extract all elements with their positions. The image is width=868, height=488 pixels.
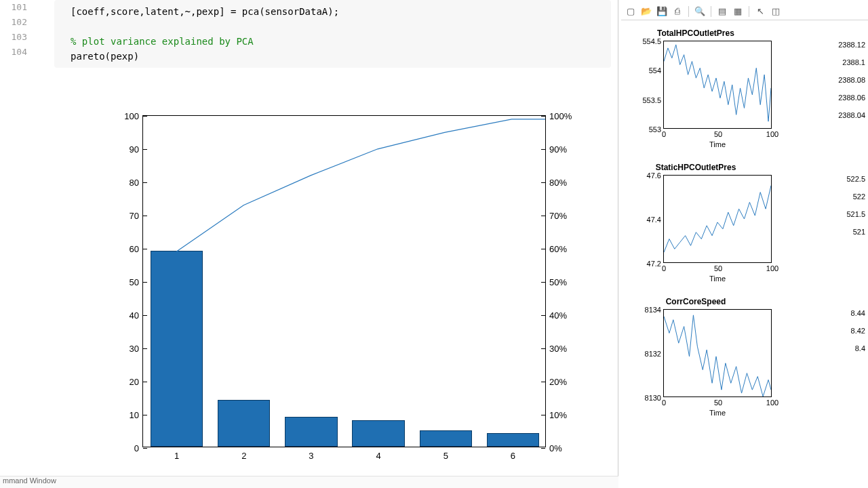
mini-plot[interactable]: CorrCoreSpeed813481328130050100Time8.448… — [618, 297, 868, 431]
mini-x-tick: 0 — [662, 130, 666, 138]
code-line[interactable]: % plot variance explained by PCA — [71, 34, 601, 49]
line-number: 104 — [0, 45, 27, 60]
mini-charts-area: TotalHPCOutletPres554.5554553.5553050100… — [618, 28, 868, 488]
pareto-bar — [151, 251, 203, 447]
code-block[interactable]: [coeff,score,latent,~,pexp] = pca(sensor… — [54, 0, 611, 68]
mini-x-tick: 100 — [766, 399, 778, 407]
mini-x-tick: 0 — [662, 399, 666, 407]
mini-y-tick: 554 — [649, 66, 661, 75]
mini-y-tick: 47.4 — [647, 216, 661, 224]
y-right-tick: 80% — [549, 178, 567, 188]
mini-axes: 47.647.447.2050100Time — [663, 175, 772, 263]
mini-x-tick: 100 — [766, 130, 778, 138]
y-right-tick: 90% — [549, 144, 567, 155]
cumulative-line — [176, 119, 545, 251]
code-line[interactable]: pareto(pexp) — [71, 49, 601, 64]
mini-plot-title: StaticHPCOutletPres — [618, 163, 773, 172]
mini-y-tick: 47.2 — [647, 260, 661, 268]
line-number: 103 — [0, 30, 27, 45]
mini-x-tick: 50 — [714, 264, 722, 272]
x-tick: 6 — [511, 451, 515, 461]
y-left-tick: 20 — [130, 377, 139, 387]
print-icon[interactable]: ⎙ — [671, 5, 684, 18]
pareto-bar — [420, 430, 472, 447]
y-left-tick: 10 — [130, 410, 139, 420]
mini-x-tick: 50 — [714, 399, 722, 407]
mini-xlabel: Time — [709, 140, 726, 148]
editor-pane: 101102103104 [coeff,score,latent,~,pexp]… — [0, 0, 618, 488]
y-left-tick: 80 — [130, 178, 139, 188]
mini-plot-title: CorrCoreSpeed — [618, 297, 773, 306]
zoom-in-icon[interactable]: 🔍 — [693, 5, 707, 18]
mini-series-line — [664, 315, 771, 396]
x-tick: 5 — [443, 451, 448, 461]
colorbar-icon[interactable]: ▦ — [731, 5, 745, 18]
adjacent-axis-ticks: 522.5522521.5521 — [846, 175, 865, 245]
pareto-bar — [285, 417, 337, 447]
new-figure-icon[interactable]: ▢ — [624, 5, 637, 18]
mini-x-tick: 100 — [766, 264, 778, 272]
y-left-tick: 40 — [130, 310, 139, 321]
line-number-gutter: 101102103104 — [0, 0, 33, 60]
y-right-tick: 100% — [549, 111, 572, 121]
mini-y-tick: 553 — [649, 125, 661, 134]
toolbar-separator — [749, 6, 749, 17]
open-icon[interactable]: 📂 — [639, 5, 653, 18]
pareto-bar — [352, 420, 404, 447]
code-line[interactable]: [coeff,score,latent,~,pexp] = pca(sensor… — [71, 4, 601, 19]
x-tick: 3 — [309, 451, 313, 461]
mini-xlabel: Time — [709, 274, 726, 283]
mini-plot-title: TotalHPCOutletPres — [618, 28, 773, 38]
pareto-bar — [218, 400, 270, 447]
code-line[interactable] — [71, 19, 601, 34]
mini-y-tick: 47.6 — [647, 171, 661, 180]
y-left-tick: 50 — [130, 277, 139, 287]
toolbar-separator — [711, 6, 711, 17]
pareto-bar — [487, 433, 539, 447]
status-bar: mmand Window — [0, 476, 618, 488]
toolbar-separator — [688, 6, 689, 17]
x-tick: 4 — [376, 451, 380, 461]
y-right-tick: 70% — [549, 211, 567, 221]
cursor-icon[interactable]: ↖ — [753, 5, 767, 18]
mini-series-line — [664, 45, 771, 121]
mini-xlabel: Time — [709, 409, 726, 417]
mini-series-line — [664, 186, 771, 252]
pareto-chart[interactable]: 01020304050607080901000%10%20%30%40%50%6… — [81, 102, 597, 474]
mini-y-tick: 8134 — [645, 306, 661, 314]
x-tick: 2 — [241, 451, 246, 461]
figure-toolbar: ▢📂💾⎙🔍▤▦↖◫ — [621, 3, 868, 20]
y-left-tick: 90 — [130, 144, 139, 155]
y-right-tick: 40% — [549, 310, 567, 321]
y-right-tick: 50% — [549, 277, 567, 287]
adjacent-axis-ticks: 2388.122388.12388.082388.062388.04 — [838, 41, 865, 129]
y-left-tick: 70 — [130, 211, 139, 221]
line-number: 101 — [0, 0, 27, 15]
mini-y-tick: 553.5 — [642, 96, 661, 104]
mini-plot[interactable]: StaticHPCOutletPres47.647.447.2050100Tim… — [618, 163, 868, 297]
mini-axes: 813481328130050100Time — [663, 309, 772, 397]
mini-plot[interactable]: TotalHPCOutletPres554.5554553.5553050100… — [618, 28, 868, 163]
x-tick: 1 — [174, 451, 179, 461]
y-left-tick: 60 — [130, 244, 139, 254]
save-icon[interactable]: 💾 — [655, 5, 669, 18]
y-right-tick: 60% — [549, 244, 567, 254]
y-left-tick: 0 — [134, 443, 139, 453]
mini-x-tick: 50 — [714, 130, 722, 138]
y-left-tick: 30 — [130, 344, 139, 354]
y-right-tick: 20% — [549, 377, 567, 387]
y-right-tick: 0% — [549, 443, 562, 453]
mini-axes: 554.5554553.5553050100Time — [663, 41, 772, 129]
y-right-tick: 10% — [549, 410, 567, 420]
mini-x-tick: 0 — [662, 264, 666, 272]
mini-y-tick: 8130 — [645, 394, 661, 402]
annotate-icon[interactable]: ◫ — [769, 5, 783, 18]
pareto-axes: 01020304050607080901000%10%20%30%40%50%6… — [142, 115, 546, 447]
y-left-tick: 100 — [124, 111, 139, 121]
adjacent-axis-ticks: 8.448.428.4 — [851, 309, 865, 362]
line-number: 102 — [0, 15, 27, 30]
legend-icon[interactable]: ▤ — [715, 5, 729, 18]
mini-y-tick: 554.5 — [642, 37, 661, 45]
figure-pane: ▢📂💾⎙🔍▤▦↖◫ TotalHPCOutletPres554.5554553.… — [618, 0, 868, 488]
mini-y-tick: 8132 — [645, 350, 661, 358]
